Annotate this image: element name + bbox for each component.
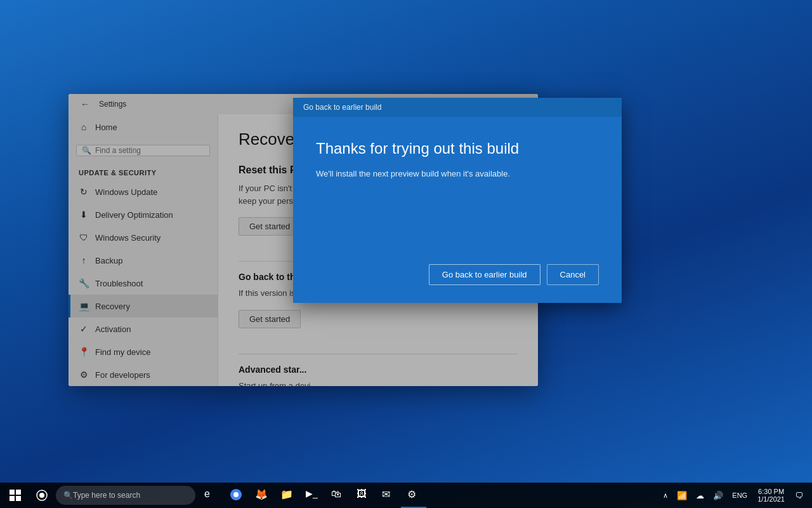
cloud-icon: ☁ (696, 491, 704, 500)
taskbar-app-chrome[interactable] (223, 483, 249, 508)
taskbar-chevron[interactable]: ∧ (659, 483, 672, 508)
clock-date: 1/1/2021 (757, 495, 785, 503)
taskbar-app-photos[interactable]: 🖼 (350, 483, 376, 508)
dialog-description: We'll install the next preview build whe… (316, 168, 599, 180)
notification-icon: 🗨 (795, 491, 803, 500)
chevron-icon: ∧ (663, 491, 668, 500)
taskbar-onedrive[interactable]: ☁ (692, 483, 708, 508)
taskbar-network[interactable]: 📶 (673, 483, 691, 508)
svg-rect-1 (16, 490, 21, 495)
language-label: ENG (732, 491, 747, 499)
dialog-body: Thanks for trying out this build We'll i… (293, 117, 622, 264)
taskbar-apps: e 🦊 📁 ▶_ 🛍 🖼 ✉ ⚙ (198, 483, 426, 508)
svg-rect-0 (10, 490, 15, 495)
search-icon: 🔍 (63, 491, 73, 500)
firefox-icon: 🦊 (255, 488, 268, 501)
network-icon: 📶 (677, 491, 687, 500)
start-button[interactable] (0, 483, 30, 508)
taskbar-app-settings[interactable]: ⚙ (401, 483, 426, 508)
svg-point-5 (39, 493, 44, 498)
svg-rect-3 (16, 496, 21, 501)
taskbar-app-store[interactable]: 🛍 (325, 483, 350, 508)
system-clock[interactable]: 6:30 PM 1/1/2021 (752, 488, 790, 503)
taskbar-app-mail[interactable]: ✉ (376, 483, 401, 508)
cortana-button[interactable] (30, 483, 53, 508)
notification-area[interactable]: 🗨 (791, 483, 807, 508)
store-icon: 🛍 (331, 488, 344, 501)
explorer-icon: 📁 (280, 488, 293, 501)
dialog-go-back: Go back to earlier build Thanks for tryi… (293, 98, 622, 303)
taskbar-volume[interactable]: 🔊 (709, 483, 727, 508)
dialog-spacer (316, 196, 599, 246)
taskbar-left: 🔍 Type here to search (0, 483, 195, 508)
dialog-footer: Go back to earlier build Cancel (293, 264, 622, 303)
dialog-cancel-button[interactable]: Cancel (547, 264, 599, 285)
svg-point-7 (233, 492, 239, 497)
dialog-header-label: Go back to earlier build (303, 103, 381, 112)
volume-icon: 🔊 (713, 491, 723, 500)
terminal-icon: ▶_ (306, 488, 318, 501)
taskbar-app-terminal[interactable]: ▶_ (299, 483, 325, 508)
dialog-title: Thanks for trying out this build (316, 140, 599, 157)
settings-icon: ⚙ (407, 488, 420, 501)
taskbar-app-edge[interactable]: e (198, 483, 223, 508)
edge-icon: e (204, 488, 217, 501)
search-label: Type here to search (73, 491, 140, 500)
taskbar-app-explorer[interactable]: 📁 (274, 483, 299, 508)
taskbar: 🔍 Type here to search e 🦊 📁 ▶_ 🛍 🖼 (0, 483, 812, 508)
dialog-header: Go back to earlier build (293, 98, 622, 117)
photos-icon: 🖼 (357, 488, 369, 501)
taskbar-app-firefox[interactable]: 🦊 (249, 483, 274, 508)
svg-rect-2 (10, 496, 15, 501)
clock-time: 6:30 PM (758, 488, 784, 495)
taskbar-search[interactable]: 🔍 Type here to search (56, 486, 195, 505)
taskbar-right: ∧ 📶 ☁ 🔊 ENG 6:30 PM 1/1/2021 🗨 (659, 483, 812, 508)
taskbar-language[interactable]: ENG (728, 483, 751, 508)
go-back-build-button[interactable]: Go back to earlier build (429, 264, 540, 285)
mail-icon: ✉ (382, 488, 395, 501)
